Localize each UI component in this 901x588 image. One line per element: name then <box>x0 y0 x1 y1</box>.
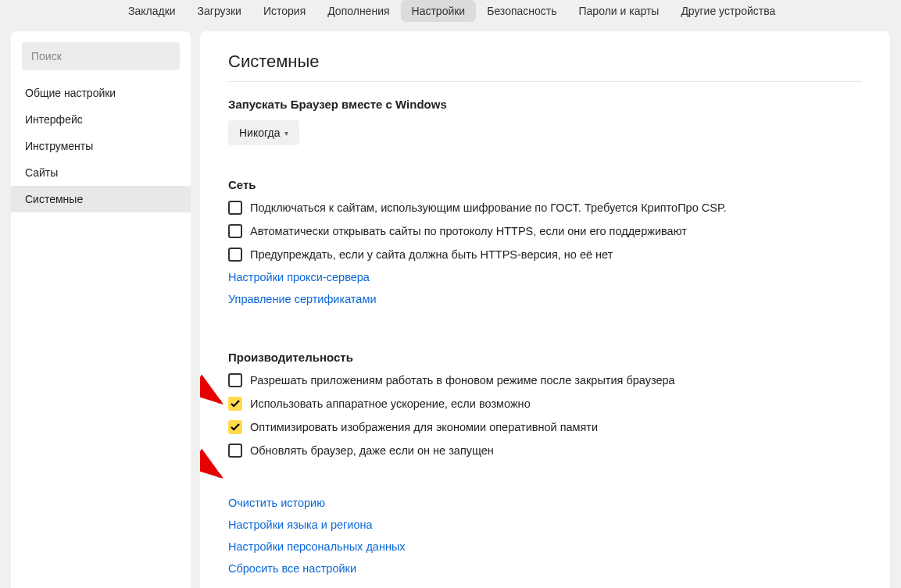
link[interactable]: Настройки прокси-сервера <box>228 271 862 283</box>
link[interactable]: Очистить историю <box>228 497 862 509</box>
divider <box>228 81 862 82</box>
checkbox-row: Автоматически открывать сайты по протоко… <box>228 224 862 238</box>
top-nav-item[interactable]: Безопасность <box>476 0 567 22</box>
sidebar-item[interactable]: Сайты <box>11 159 191 186</box>
checkbox-row: Обновлять браузер, даже если он не запущ… <box>228 444 862 458</box>
section-network-title: Сеть <box>228 178 862 191</box>
checkbox[interactable] <box>228 248 242 262</box>
sidebar-item[interactable]: Общие настройки <box>11 80 191 106</box>
top-nav-item[interactable]: История <box>252 0 316 22</box>
checkbox[interactable] <box>228 224 242 238</box>
section-performance-title: Производительность <box>228 351 862 364</box>
annotation-arrow-1 <box>200 375 228 414</box>
page-title: Системные <box>228 52 862 72</box>
checkbox[interactable] <box>228 420 242 434</box>
checkbox-label: Обновлять браузер, даже если он не запущ… <box>250 444 494 457</box>
checkbox-row: Предупреждать, если у сайта должна быть … <box>228 248 862 262</box>
top-nav: ЗакладкиЗагрузкиИсторияДополненияНастрой… <box>0 0 901 31</box>
top-nav-item[interactable]: Загрузки <box>187 0 252 22</box>
link[interactable]: Настройки персональных данных <box>228 540 862 553</box>
checkbox-label: Использовать аппаратное ускорение, если … <box>250 397 531 410</box>
checkbox-label: Предупреждать, если у сайта должна быть … <box>250 248 613 261</box>
checkbox-label: Разрешать приложениям работать в фоновом… <box>250 374 675 387</box>
main-panel: Системные Запускать Браузер вместе с Win… <box>200 31 890 588</box>
section-startup-title: Запускать Браузер вместе с Windows <box>228 98 862 111</box>
sidebar: Поиск Общие настройкиИнтерфейсИнструмент… <box>11 31 191 588</box>
checkbox[interactable] <box>228 201 242 215</box>
top-nav-item[interactable]: Пароли и карты <box>568 0 670 22</box>
sidebar-item[interactable]: Интерфейс <box>11 106 191 133</box>
startup-dropdown[interactable]: Никогда ▾ <box>228 120 299 145</box>
checkbox[interactable] <box>228 444 242 458</box>
chevron-down-icon: ▾ <box>284 129 288 137</box>
checkbox-label: Подключаться к сайтам, использующим шифр… <box>250 201 727 214</box>
sidebar-item[interactable]: Системные <box>11 186 191 212</box>
checkbox-row: Подключаться к сайтам, использующим шифр… <box>228 201 862 215</box>
link[interactable]: Сбросить все настройки <box>228 562 862 575</box>
checkbox-label: Оптимизировать изображения для экономии … <box>250 421 598 433</box>
checkbox-row: Разрешать приложениям работать в фоновом… <box>228 373 862 387</box>
top-nav-item[interactable]: Другие устройства <box>670 0 786 22</box>
dropdown-value: Никогда <box>239 127 280 139</box>
top-nav-item[interactable]: Настройки <box>401 0 477 22</box>
link[interactable]: Управление сертификатами <box>228 293 862 305</box>
checkbox-label: Автоматически открывать сайты по протоко… <box>250 225 687 237</box>
search-input[interactable]: Поиск <box>22 42 180 70</box>
checkbox-row: Использовать аппаратное ускорение, если … <box>228 397 862 411</box>
link[interactable]: Настройки языка и региона <box>228 519 862 531</box>
sidebar-item[interactable]: Инструменты <box>11 133 191 159</box>
top-nav-item[interactable]: Закладки <box>117 0 187 22</box>
checkbox[interactable] <box>228 373 242 387</box>
layout: Поиск Общие настройкиИнтерфейсИнструмент… <box>0 31 901 588</box>
annotation-arrow-2 <box>200 449 228 488</box>
top-nav-item[interactable]: Дополнения <box>316 0 400 22</box>
checkbox[interactable] <box>228 397 242 411</box>
checkbox-row: Оптимизировать изображения для экономии … <box>228 420 862 434</box>
